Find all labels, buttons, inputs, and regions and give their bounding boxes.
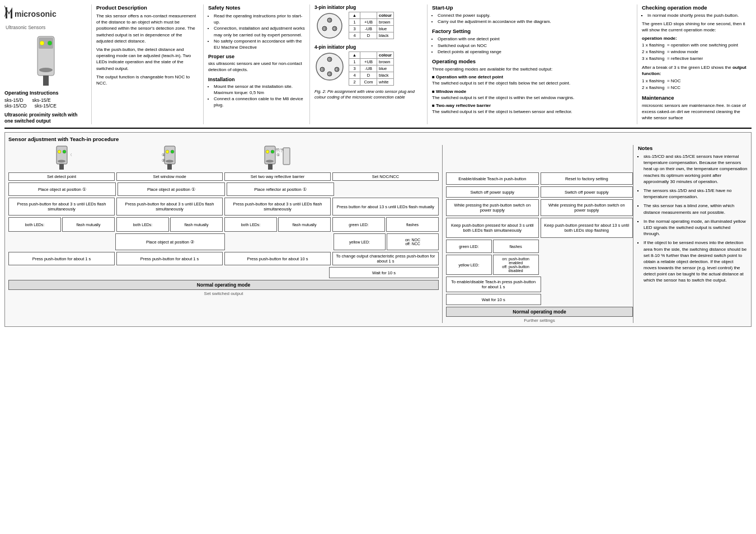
svg-rect-29: [59, 164, 64, 170]
rcol1-step3: Keep push-button pressed for about 3 s u…: [446, 218, 539, 238]
header-section: microsonic Ultrasonic Sensors: [4, 4, 752, 129]
pin4-pin0: 1: [349, 59, 360, 65]
safety-bullet-0: Read the operating instructions prior to…: [214, 13, 305, 25]
svg-rect-42: [268, 164, 273, 170]
op-inst-title: Operating Instructions: [4, 90, 87, 96]
teach-in-body: ① ① ②: [8, 145, 748, 323]
teach-right-headers: Enable/disable Teach-in push-button Rese…: [446, 172, 633, 185]
pin4-col0: brown: [377, 59, 392, 65]
maintenance-title: Maintenance: [642, 95, 752, 101]
rcol2-step3: Keep push-button pressed for about 13 s …: [541, 218, 633, 238]
col4-yellow-val: on: NOC off: NCC: [387, 233, 439, 250]
svg-point-41: [266, 160, 274, 163]
rcol1-green-label: green LED:: [446, 240, 492, 253]
pin3-table-area: ▲ colour 1 +UB brown 3 -UB blue: [349, 12, 394, 39]
flash-row2: 3 x flashing = reflective barrier: [642, 55, 752, 62]
col2-place2: Place object at position ②: [115, 233, 225, 250]
out-row1: 2 x flashing = NCC: [642, 85, 752, 91]
col4-yellow-row: yellow LED: on: NOC off: NCC: [334, 233, 439, 250]
pin3-col0: brown: [377, 19, 392, 25]
svg-point-6: [48, 41, 52, 45]
teach-right-step1: Switch off power supply Switch off power…: [446, 186, 633, 198]
pin4-table-area: ▲ colour 1 +UB brown 3 -UB blue: [349, 51, 394, 86]
col3-step3: Press push-button for about 10 s: [224, 252, 331, 265]
svg-text:1: 1: [328, 58, 330, 61]
startup-b0: Connect the power supply.: [438, 12, 632, 18]
teach-wait-row: Wait for 10 s: [8, 267, 439, 278]
mode2-title: Window mode: [436, 89, 466, 94]
teach-right-led-row: green LED: flashes: [446, 240, 633, 253]
pin3-row2: 4 D black: [349, 32, 394, 39]
pin4-sig3: Com: [360, 79, 377, 85]
flash-row1: 2 x flashing = window mode: [642, 49, 752, 55]
pin3-sig2: D: [360, 32, 377, 39]
col4-green-val: flashes: [386, 217, 439, 232]
svg-text:microsonic: microsonic: [15, 10, 57, 18]
col4-step1-empty: [336, 182, 439, 196]
sensor-icon-3: ① 85 %: [264, 145, 292, 170]
teach-step1-row: Place object at position ① Place object …: [8, 182, 439, 196]
col2-step3: Press push-button for about 1 s: [116, 252, 223, 265]
svg-text:1: 1: [328, 18, 330, 22]
output-rows: 1 x flashing = NOC 2 x flashing = NCC: [642, 78, 752, 91]
factory-b1: Switched output on NOC: [438, 43, 632, 49]
install-bullet-0: Mount the sensor at the installation sit…: [214, 83, 305, 96]
col1-led-val: flash mutually: [62, 217, 115, 232]
rcol1-step1: Switch off power supply: [446, 186, 539, 198]
output-body: After a break of 3 s the green LED shows…: [642, 64, 752, 77]
teach-right-wait: Wait for 10 s: [446, 294, 633, 305]
rcol1-step4: To enable/disable Teach-in press push-bu…: [446, 277, 541, 292]
teach-left: ① ① ②: [8, 145, 443, 323]
svg-text:①: ①: [162, 153, 165, 157]
fig-caption: Fig. 2: Pin assignment with view onto se…: [314, 89, 422, 100]
pin4-plug-icon: 1 3 4 2: [314, 51, 345, 82]
svg-point-26: [58, 150, 61, 153]
flash-row0: 1 x flashing = operation with one switch…: [642, 42, 752, 49]
pin3-pin2: 4: [349, 32, 360, 39]
svg-rect-43: [283, 148, 290, 165]
note-2: The sks sensor has a blind zone, within …: [644, 203, 748, 215]
pin3-pin0: 1: [349, 19, 360, 25]
operating-instructions-label: Operating Instructions sks-15/D sks-15/E…: [4, 90, 87, 124]
svg-text:85 %: 85 %: [276, 148, 284, 151]
note-0: sks-15/CD and sks-15/CE sensors have int…: [644, 153, 748, 185]
pin4-color-header-row: ▲ colour: [349, 51, 394, 59]
col1-wait-empty: [8, 267, 114, 278]
svg-point-33: [171, 150, 174, 153]
col4-led: green LED: flashes: [332, 217, 439, 232]
sensor-icons-row: ① ① ②: [8, 145, 439, 170]
svg-text:3: 3: [323, 27, 325, 30]
install-bullet-1: Connect a connection cable to the M8 dev…: [214, 96, 305, 108]
sensor-image-icon: [24, 34, 68, 87]
rcol1-yellow-area: yellow LED: on: push-button enabled off:…: [446, 255, 539, 275]
svg-text:3: 3: [321, 68, 323, 71]
factory-b0: Operation with one detect point: [438, 36, 632, 42]
notes-title: Notes: [638, 145, 748, 151]
pin4-col1: blue: [377, 65, 388, 72]
col3-spacer: [227, 233, 332, 250]
pin3-sig1: -UB: [360, 26, 377, 32]
mode3-title: Two-way reflective barrier: [436, 103, 491, 108]
logo-tagline: Ultrasonic Sensors: [4, 25, 87, 30]
rcol2-header: Reset to factory setting: [541, 172, 633, 185]
model-sks15e: sks-15/E: [32, 97, 51, 103]
col1-step2: Press push-button for about 3 s until LE…: [8, 198, 115, 216]
col2-step1: Place object at position ①: [118, 182, 225, 196]
mode3: ■ Two-way reflective barrier The switche…: [432, 102, 632, 115]
col4-wait: Wait for 10 s: [329, 267, 439, 278]
pin4-diagram: 1 3 4 2 ▲ colour 1 +UB brown: [314, 51, 422, 86]
pin4-row2: 4 D black: [349, 72, 394, 79]
safety-bullet-1: Connection, installation and adjustment …: [214, 25, 305, 38]
notes-list: sks-15/CD and sks-15/CE sensors have int…: [638, 153, 748, 284]
teach-right-step3: Keep push-button pressed for about 3 s u…: [446, 218, 633, 238]
pin3-sig0: +UB: [360, 19, 377, 25]
col4-yellow-label: yellow LED:: [334, 233, 386, 250]
svg-point-40: [271, 150, 274, 153]
col1-spacer: [8, 233, 114, 250]
teach-in-title: Sensor adjustment with Teach-in procedur…: [8, 136, 748, 142]
col5-startup: Start-Up Connect the power supply. Carry…: [427, 4, 637, 124]
col1-step3: Press push-button for about 1 s: [8, 252, 115, 265]
startup-b1: Carry out the adjustment in accordance w…: [438, 18, 632, 25]
startup-title: Start-Up: [432, 4, 632, 11]
sensor-icon-col3: ① 85 %: [224, 145, 331, 170]
